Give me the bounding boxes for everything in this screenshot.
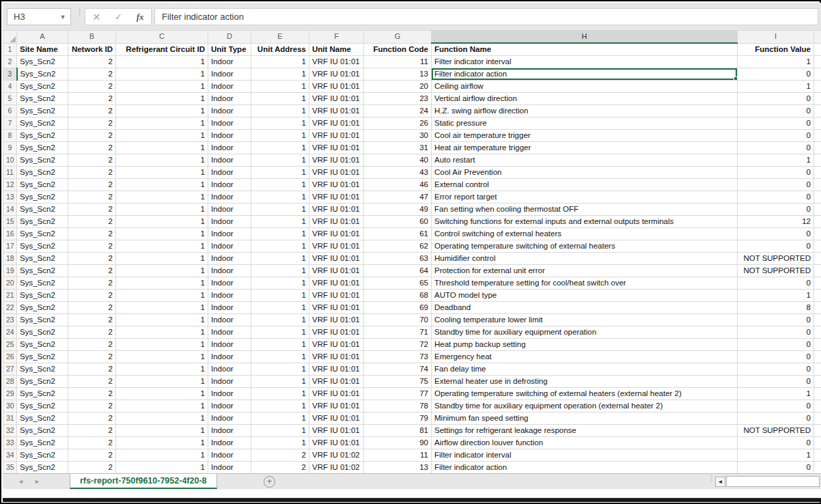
cell-overflow-19[interactable] <box>814 265 821 277</box>
cell-f1[interactable]: Unit Name <box>309 43 364 56</box>
row-header-22[interactable]: 22 <box>3 302 17 314</box>
cell-a19[interactable]: Sys_Scn2 <box>17 265 68 277</box>
cell-g3[interactable]: 13 <box>364 68 432 81</box>
row-header-7[interactable]: 7 <box>3 117 17 130</box>
cell-a6[interactable]: Sys_Scn2 <box>17 105 68 117</box>
cell-b9[interactable]: 2 <box>68 142 116 154</box>
cell-c35[interactable]: 1 <box>116 462 208 474</box>
cell-i13[interactable]: 0 <box>738 191 814 204</box>
cell-overflow-27[interactable] <box>814 363 821 376</box>
cell-h24[interactable]: Standby time for auxiliary equipment ope… <box>432 326 738 339</box>
row-header-17[interactable]: 17 <box>3 240 17 253</box>
cell-g20[interactable]: 65 <box>364 277 432 290</box>
cell-e18[interactable]: 1 <box>251 253 309 265</box>
cell-a20[interactable]: Sys_Scn2 <box>17 277 68 290</box>
cell-e13[interactable]: 1 <box>251 191 309 204</box>
cell-h7[interactable]: Static pressure <box>432 117 738 130</box>
cell-overflow-7[interactable] <box>814 117 821 130</box>
cell-overflow-18[interactable] <box>814 253 821 265</box>
cell-i16[interactable]: 0 <box>738 228 814 240</box>
cell-d33[interactable]: Indoor <box>208 437 251 449</box>
cell-a35[interactable]: Sys_Scn2 <box>17 462 68 474</box>
cell-c16[interactable]: 1 <box>116 228 208 240</box>
cell-d1[interactable]: Unit Type <box>208 43 251 56</box>
row-header-1[interactable]: 1 <box>3 43 17 56</box>
cell-d24[interactable]: Indoor <box>208 326 251 339</box>
row-header-9[interactable]: 9 <box>3 142 17 154</box>
column-header-b[interactable]: B <box>68 31 116 44</box>
cell-h26[interactable]: Emergency heat <box>432 351 738 363</box>
cell-e9[interactable]: 1 <box>251 142 309 154</box>
cell-g18[interactable]: 63 <box>364 253 432 265</box>
cell-d12[interactable]: Indoor <box>208 179 251 191</box>
cell-g8[interactable]: 30 <box>364 130 432 142</box>
cell-i18[interactable]: NOT SUPPORTED <box>738 253 814 265</box>
cell-f25[interactable]: VRF IU 01:01 <box>309 339 364 351</box>
row-header-28[interactable]: 28 <box>3 376 17 388</box>
enter-icon[interactable]: ✓ <box>115 12 122 22</box>
cell-f11[interactable]: VRF IU 01:01 <box>309 167 364 179</box>
cell-d34[interactable]: Indoor <box>208 449 251 462</box>
cell-b34[interactable]: 2 <box>68 449 116 462</box>
cell-c11[interactable]: 1 <box>116 167 208 179</box>
cell-f27[interactable]: VRF IU 01:01 <box>309 363 364 376</box>
cell-c29[interactable]: 1 <box>116 388 208 400</box>
column-header-f[interactable]: F <box>309 31 364 44</box>
cell-g23[interactable]: 70 <box>364 314 432 326</box>
cell-c30[interactable]: 1 <box>116 400 208 412</box>
cell-e7[interactable]: 1 <box>251 117 309 130</box>
cell-a8[interactable]: Sys_Scn2 <box>17 130 68 142</box>
cell-f6[interactable]: VRF IU 01:01 <box>309 105 364 117</box>
cell-h22[interactable]: Deadband <box>432 302 738 314</box>
cell-i20[interactable]: 0 <box>738 277 814 290</box>
cell-i27[interactable]: 0 <box>738 363 814 376</box>
cell-h28[interactable]: External heater use in defrosting <box>432 376 738 388</box>
cell-i1[interactable]: Function Value <box>738 43 814 56</box>
row-header-31[interactable]: 31 <box>3 412 17 425</box>
cell-g6[interactable]: 24 <box>364 105 432 117</box>
row-header-23[interactable]: 23 <box>3 314 17 326</box>
row-header-14[interactable]: 14 <box>3 204 17 216</box>
cell-e30[interactable]: 1 <box>251 400 309 412</box>
cell-e4[interactable]: 1 <box>251 81 309 93</box>
cell-a22[interactable]: Sys_Scn2 <box>17 302 68 314</box>
cell-b17[interactable]: 2 <box>68 240 116 253</box>
cell-d23[interactable]: Indoor <box>208 314 251 326</box>
cell-g16[interactable]: 61 <box>364 228 432 240</box>
row-header-13[interactable]: 13 <box>3 191 17 204</box>
cell-g11[interactable]: 43 <box>364 167 432 179</box>
row-header-10[interactable]: 10 <box>3 154 17 167</box>
cell-d32[interactable]: Indoor <box>208 425 251 437</box>
cell-a11[interactable]: Sys_Scn2 <box>17 167 68 179</box>
cell-overflow-6[interactable] <box>814 105 821 117</box>
cell-a3[interactable]: Sys_Scn2 <box>17 68 68 81</box>
cell-d28[interactable]: Indoor <box>208 376 251 388</box>
cell-h29[interactable]: Operating temperature switching of exter… <box>432 388 738 400</box>
column-header-e[interactable]: E <box>251 31 309 44</box>
cell-e20[interactable]: 1 <box>251 277 309 290</box>
cell-f30[interactable]: VRF IU 01:01 <box>309 400 364 412</box>
cell-d16[interactable]: Indoor <box>208 228 251 240</box>
cell-i26[interactable]: 0 <box>738 351 814 363</box>
cell-b32[interactable]: 2 <box>68 425 116 437</box>
cell-g30[interactable]: 78 <box>364 400 432 412</box>
cell-h4[interactable]: Ceiling airflow <box>432 81 738 93</box>
cell-c14[interactable]: 1 <box>116 204 208 216</box>
cell-f16[interactable]: VRF IU 01:01 <box>309 228 364 240</box>
cell-h18[interactable]: Humidifier control <box>432 253 738 265</box>
cell-i22[interactable]: 8 <box>738 302 814 314</box>
cell-h11[interactable]: Cool Air Prevention <box>432 167 738 179</box>
cell-a31[interactable]: Sys_Scn2 <box>17 412 68 425</box>
cell-d31[interactable]: Indoor <box>208 412 251 425</box>
row-header-34[interactable]: 34 <box>3 449 17 462</box>
hscroll-left-arrow-icon[interactable]: ◄ <box>715 477 725 487</box>
row-header-15[interactable]: 15 <box>3 216 17 228</box>
row-header-30[interactable]: 30 <box>3 400 17 412</box>
cell-h5[interactable]: Vertical airflow direction <box>432 93 738 105</box>
add-sheet-icon[interactable]: + <box>264 476 275 488</box>
cell-d13[interactable]: Indoor <box>208 191 251 204</box>
cell-i8[interactable]: 0 <box>738 130 814 142</box>
select-all-corner[interactable] <box>3 31 17 44</box>
cell-c34[interactable]: 1 <box>116 449 208 462</box>
cell-overflow-15[interactable] <box>814 216 821 228</box>
